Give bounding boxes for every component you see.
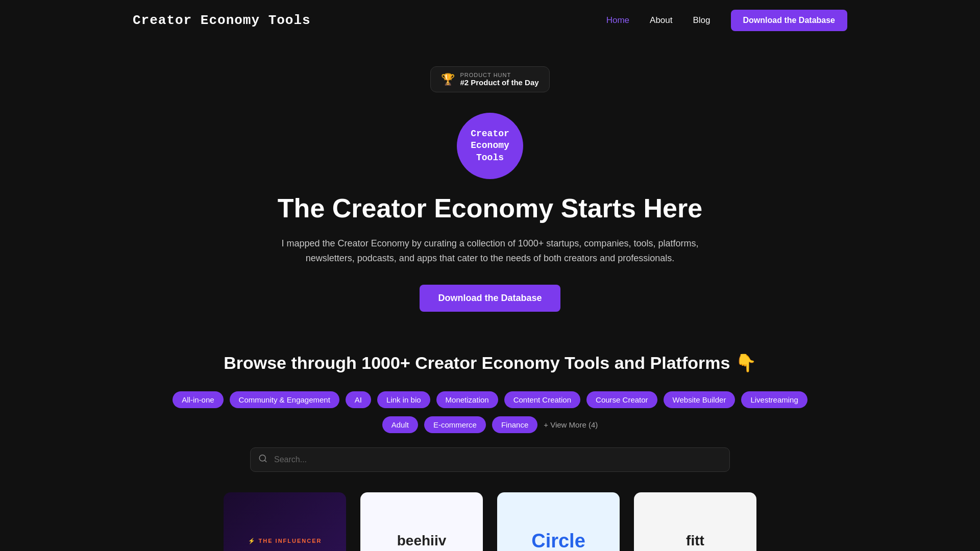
hero-logo-circle: CreatorEconomyTools (457, 113, 523, 179)
tag-content-creation[interactable]: Content Creation (504, 391, 580, 408)
card-influencer-content: ⚡ THE INFLUENCER (224, 492, 346, 551)
card-influencer[interactable]: ⚡ THE INFLUENCER (224, 492, 346, 551)
nav-link-blog[interactable]: Blog (693, 15, 710, 26)
card-beehiiv-content: beehiiv (360, 492, 483, 551)
nav-logo: Creator Economy Tools (133, 13, 311, 28)
nav-links: Home About Blog Download the Database (606, 10, 847, 31)
nav-download-button[interactable]: Download the Database (731, 10, 847, 31)
card-fitt-label: fitt (686, 533, 704, 549)
card-circle-content: Circle (497, 492, 620, 551)
tag-ai[interactable]: AI (346, 391, 371, 408)
filter-tags-row2: Adult E-commerce Finance + View More (4) (382, 416, 598, 433)
view-more-link[interactable]: + View More (4) (544, 416, 598, 433)
hero-description: I mapped the Creator Economy by curating… (281, 236, 699, 266)
ph-text-group: PRODUCT HUNT #2 Product of the Day (460, 72, 538, 87)
tag-ecommerce[interactable]: E-commerce (424, 416, 486, 433)
search-wrapper (250, 447, 730, 472)
tag-all-in-one[interactable]: All-in-one (173, 391, 223, 408)
card-fitt-content: fitt (634, 492, 756, 551)
card-beehiiv-label: beehiiv (397, 533, 446, 549)
tag-monetization[interactable]: Monetization (436, 391, 498, 408)
tag-livestreaming[interactable]: Livestreaming (741, 391, 807, 408)
filter-tags-row1: All-in-one Community & Engagement AI Lin… (133, 391, 847, 408)
card-beehiiv[interactable]: beehiiv (360, 492, 483, 551)
cards-row: ⚡ THE INFLUENCER beehiiv Circle fitt (133, 492, 847, 551)
nav-link-about[interactable]: About (650, 15, 672, 26)
tag-community-engagement[interactable]: Community & Engagement (230, 391, 339, 408)
tag-course-creator[interactable]: Course Creator (586, 391, 657, 408)
navbar: Creator Economy Tools Home About Blog Do… (0, 0, 980, 41)
card-influencer-label: ⚡ THE INFLUENCER (248, 538, 322, 544)
svg-line-1 (264, 460, 266, 462)
tag-link-in-bio[interactable]: Link in bio (377, 391, 430, 408)
hero-logo-text: CreatorEconomyTools (471, 128, 509, 164)
search-input[interactable] (250, 447, 730, 472)
product-hunt-badge-wrapper: 🏆 PRODUCT HUNT #2 Product of the Day (0, 66, 980, 92)
card-fitt[interactable]: fitt (634, 492, 756, 551)
trophy-icon: 🏆 (441, 73, 455, 86)
tag-website-builder[interactable]: Website Builder (664, 391, 736, 408)
nav-link-home[interactable]: Home (606, 15, 629, 26)
tag-finance[interactable]: Finance (492, 416, 537, 433)
product-hunt-badge[interactable]: 🏆 PRODUCT HUNT #2 Product of the Day (430, 66, 549, 92)
card-circle-label: Circle (531, 530, 585, 551)
card-circle[interactable]: Circle (497, 492, 620, 551)
browse-section: Browse through 1000+ Creator Economy Too… (0, 353, 980, 551)
browse-title: Browse through 1000+ Creator Economy Too… (224, 353, 756, 373)
ph-product: #2 Product of the Day (460, 78, 538, 87)
hero-section: CreatorEconomyTools The Creator Economy … (0, 113, 980, 312)
ph-label: PRODUCT HUNT (460, 72, 538, 78)
hero-title: The Creator Economy Starts Here (278, 193, 702, 224)
search-icon (258, 454, 267, 466)
tag-adult[interactable]: Adult (382, 416, 418, 433)
hero-download-button[interactable]: Download the Database (420, 285, 560, 312)
